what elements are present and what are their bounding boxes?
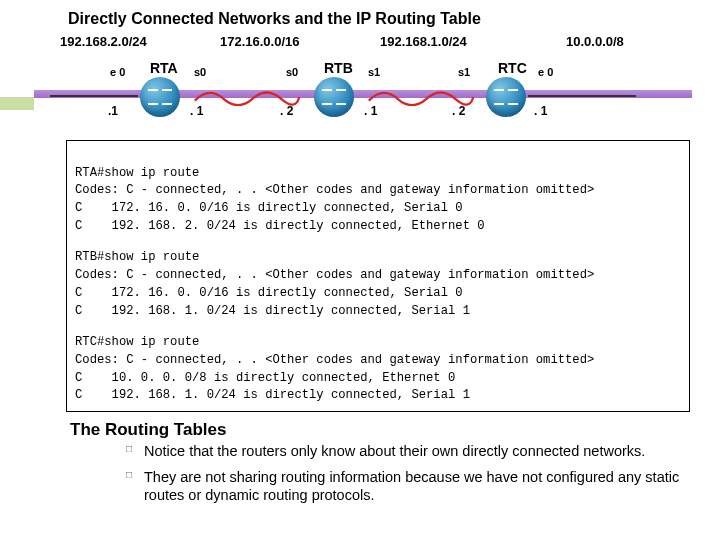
router-icon [314,77,354,117]
host-octet: . 1 [190,104,203,118]
host-octet: .1 [108,104,118,118]
rta-block: RTA#show ip route Codes: C - connected, … [75,165,681,236]
host-octet: . 1 [364,104,377,118]
host-octet: . 2 [280,104,293,118]
network-label: 192.168.1.0/24 [380,34,467,49]
serial-link [356,88,486,106]
host-octet: . 1 [534,104,547,118]
rtc-block: RTC#show ip route Codes: C - connected, … [75,334,681,405]
router-name: RTC [498,60,527,76]
interface-label: s0 [286,66,298,78]
code-line: C 172. 16. 0. 0/16 is directly connected… [75,286,463,300]
bullet-list: Notice that the routers only know about … [86,442,692,504]
page-title: Directly Connected Networks and the IP R… [68,10,692,28]
interface-label: s1 [368,66,380,78]
code-line: Codes: C - connected, . . <Other codes a… [75,268,594,282]
code-line: C 10. 0. 0. 0/8 is directly connected, E… [75,371,455,385]
code-line: Codes: C - connected, . . <Other codes a… [75,353,594,367]
router-icon [140,77,180,117]
interface-label: s1 [458,66,470,78]
list-item: Notice that the routers only know about … [126,442,692,460]
decorative-corner [0,97,34,110]
code-line: RTC#show ip route [75,335,199,349]
code-line: RTA#show ip route [75,166,199,180]
code-line: C 192. 168. 1. 0/24 is directly connecte… [75,388,470,402]
ethernet-link [50,95,138,97]
interface-label: s0 [194,66,206,78]
network-label: 192.168.2.0/24 [60,34,147,49]
code-line: C 192. 168. 2. 0/24 is directly connecte… [75,219,485,233]
code-line: C 192. 168. 1. 0/24 is directly connecte… [75,304,470,318]
code-line: Codes: C - connected, . . <Other codes a… [75,183,594,197]
network-label: 172.16.0.0/16 [220,34,300,49]
router-name: RTA [150,60,178,76]
list-item: They are not sharing routing information… [126,468,692,504]
rtb-block: RTB#show ip route Codes: C - connected, … [75,249,681,320]
router-name: RTB [324,60,353,76]
host-octet: . 2 [452,104,465,118]
code-line: RTB#show ip route [75,250,199,264]
interface-label: e 0 [110,66,125,78]
router-icon [486,77,526,117]
section-heading: The Routing Tables [70,420,692,440]
interface-label: e 0 [538,66,553,78]
network-label: 10.0.0.0/8 [566,34,624,49]
ethernet-link [528,95,636,97]
network-diagram: 192.168.2.0/24 172.16.0.0/16 192.168.1.0… [68,34,692,134]
routing-table-output: RTA#show ip route Codes: C - connected, … [66,140,690,412]
code-line: C 172. 16. 0. 0/16 is directly connected… [75,201,463,215]
